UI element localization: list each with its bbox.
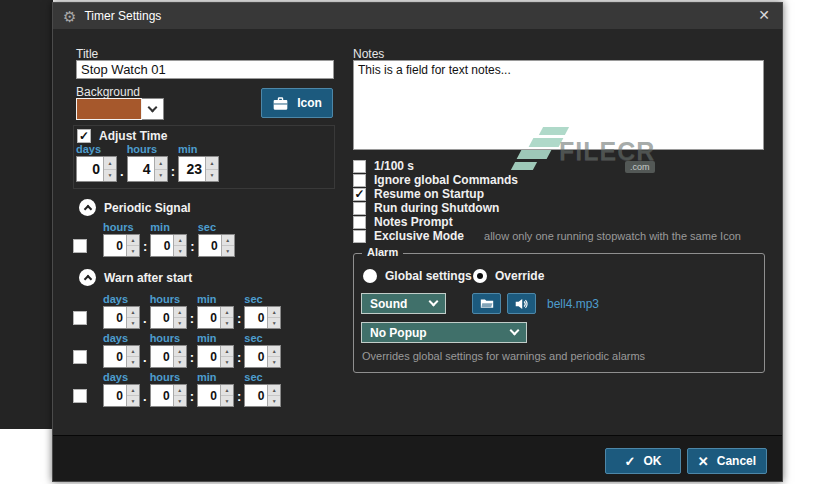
spinner-down-icon[interactable] <box>206 169 218 182</box>
option-checkbox[interactable] <box>353 202 366 215</box>
warn3-hours-spinner[interactable]: 0 <box>150 384 187 407</box>
adjust-time-row[interactable]: Adjust Time <box>77 129 167 143</box>
spinner-up-icon[interactable] <box>155 157 167 169</box>
spinner-up-icon[interactable] <box>221 346 233 356</box>
spinner-up-icon[interactable] <box>127 307 139 317</box>
ok-button[interactable]: OK <box>605 448 681 474</box>
spinner-value[interactable]: 0 <box>245 385 267 406</box>
spinner-value[interactable]: 4 <box>128 157 154 181</box>
spinner-down-icon[interactable] <box>221 356 233 367</box>
spinner-down-icon[interactable] <box>221 317 233 328</box>
override-radio[interactable] <box>473 269 487 283</box>
override-radio-row[interactable]: Override <box>473 269 544 283</box>
spinner-down-icon[interactable] <box>155 169 167 182</box>
notes-textarea[interactable]: This is a field for text notes... <box>353 60 764 150</box>
spinner-down-icon[interactable] <box>127 245 139 256</box>
spinner-value[interactable]: 23 <box>179 157 205 181</box>
spinner-down-icon[interactable] <box>221 395 233 406</box>
periodic-sec-spinner[interactable]: 0 <box>198 234 235 257</box>
option-checkbox[interactable] <box>353 160 366 173</box>
warn2-min-spinner[interactable]: 0 <box>197 345 234 368</box>
option-row[interactable]: Ignore global Commands <box>353 173 518 187</box>
background-color-combo[interactable] <box>76 98 164 120</box>
sound-select[interactable]: Sound <box>361 293 446 314</box>
icon-button[interactable]: Icon <box>261 88 333 118</box>
spinner-value[interactable]: 0 <box>151 235 173 256</box>
spinner-down-icon[interactable] <box>268 395 280 406</box>
browse-sound-button[interactable] <box>472 293 501 314</box>
play-sound-button[interactable] <box>507 293 536 314</box>
spinner-value[interactable]: 0 <box>151 385 173 406</box>
spinner-down-icon[interactable] <box>268 356 280 367</box>
periodic-enable-checkbox[interactable] <box>73 239 87 253</box>
warn1-sec-spinner[interactable]: 0 <box>244 306 281 329</box>
option-row[interactable]: Resume on Startup <box>353 187 484 201</box>
spinner-up-icon[interactable] <box>268 307 280 317</box>
option-row[interactable]: Exclusive Mode allow only one running st… <box>353 229 741 243</box>
spinner-down-icon[interactable] <box>104 169 116 182</box>
spinner-up-icon[interactable] <box>221 307 233 317</box>
spinner-up-icon[interactable] <box>174 385 186 395</box>
periodic-min-spinner[interactable]: 0 <box>150 234 187 257</box>
spinner-up-icon[interactable] <box>174 307 186 317</box>
popup-select[interactable]: No Popup <box>361 322 527 343</box>
warn1-min-spinner[interactable]: 0 <box>197 306 234 329</box>
cancel-button[interactable]: Cancel <box>687 448 767 474</box>
option-checkbox[interactable] <box>353 188 366 201</box>
spinner-down-icon[interactable] <box>222 245 234 256</box>
option-checkbox[interactable] <box>353 216 366 229</box>
close-icon[interactable] <box>758 7 770 23</box>
warn1-days-spinner[interactable]: 0 <box>103 306 140 329</box>
collapse-icon[interactable] <box>79 269 96 286</box>
spinner-value[interactable]: 0 <box>104 235 126 256</box>
spinner-value[interactable]: 0 <box>104 346 126 367</box>
spinner-value[interactable]: 0 <box>245 346 267 367</box>
spinner-down-icon[interactable] <box>268 317 280 328</box>
warn2-days-spinner[interactable]: 0 <box>103 345 140 368</box>
spinner-down-icon[interactable] <box>127 395 139 406</box>
spinner-up-icon[interactable] <box>221 385 233 395</box>
spinner-down-icon[interactable] <box>127 317 139 328</box>
spinner-up-icon[interactable] <box>104 157 116 169</box>
option-checkbox[interactable] <box>353 174 366 187</box>
spinner-up-icon[interactable] <box>127 235 139 245</box>
spinner-up-icon[interactable] <box>174 346 186 356</box>
spinner-value[interactable]: 0 <box>198 307 220 328</box>
warn3-days-spinner[interactable]: 0 <box>103 384 140 407</box>
warn-after-start-header[interactable]: Warn after start <box>79 269 192 286</box>
option-row[interactable]: Notes Prompt <box>353 215 453 229</box>
color-swatch[interactable] <box>76 98 142 120</box>
spinner-up-icon[interactable] <box>268 346 280 356</box>
spinner-down-icon[interactable] <box>127 356 139 367</box>
title-input[interactable] <box>76 60 334 79</box>
spinner-up-icon[interactable] <box>174 235 186 245</box>
spinner-down-icon[interactable] <box>174 245 186 256</box>
main-hours-spinner[interactable]: 4 <box>127 156 168 182</box>
adjust-time-checkbox[interactable] <box>77 129 91 143</box>
warn3-sec-spinner[interactable]: 0 <box>244 384 281 407</box>
spinner-up-icon[interactable] <box>127 346 139 356</box>
spinner-value[interactable]: 0 <box>199 235 221 256</box>
spinner-down-icon[interactable] <box>174 317 186 328</box>
warn-enable-checkbox[interactable] <box>73 350 87 364</box>
warn1-hours-spinner[interactable]: 0 <box>150 306 187 329</box>
title-bar[interactable]: Timer Settings <box>53 3 782 29</box>
collapse-icon[interactable] <box>79 199 96 216</box>
option-checkbox[interactable] <box>353 230 366 243</box>
spinner-up-icon[interactable] <box>127 385 139 395</box>
spinner-value[interactable]: 0 <box>151 307 173 328</box>
spinner-down-icon[interactable] <box>174 395 186 406</box>
option-row[interactable]: 1/100 s <box>353 159 414 173</box>
spinner-value[interactable]: 0 <box>104 307 126 328</box>
spinner-value[interactable]: 0 <box>104 385 126 406</box>
color-dropdown-button[interactable] <box>142 98 164 120</box>
spinner-down-icon[interactable] <box>174 356 186 367</box>
spinner-up-icon[interactable] <box>206 157 218 169</box>
warn2-hours-spinner[interactable]: 0 <box>150 345 187 368</box>
global-settings-radio-row[interactable]: Global settings <box>363 269 472 283</box>
warn3-min-spinner[interactable]: 0 <box>197 384 234 407</box>
warn-enable-checkbox[interactable] <box>73 311 87 325</box>
periodic-hours-spinner[interactable]: 0 <box>103 234 140 257</box>
spinner-value[interactable]: 0 <box>198 346 220 367</box>
spinner-up-icon[interactable] <box>222 235 234 245</box>
